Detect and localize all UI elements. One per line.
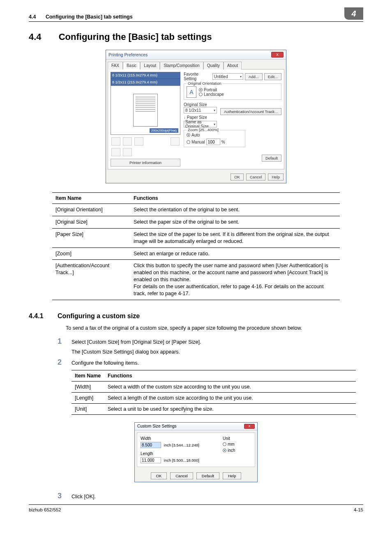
favorite-setting-label: Favorite Setting <box>184 72 211 81</box>
dialog-footer: OK Cancel Default Help <box>135 469 257 482</box>
table-cell: [Zoom] <box>52 247 130 260</box>
zoom-percent-label: % <box>221 140 225 144</box>
step-number: 3 <box>58 492 71 500</box>
step-3: 3 Click [OK]. <box>58 492 363 500</box>
arrow-down-icon: ↓ <box>184 115 186 120</box>
preview-tool-icon[interactable] <box>111 148 120 156</box>
table-cell: [Width] <box>71 381 104 392</box>
tab-fax[interactable]: FAX <box>108 62 123 69</box>
paper-size-select[interactable]: Same as Original Size ▾ <box>184 121 217 127</box>
original-orientation-group: Original Orientation A Portrait Landscap… <box>184 83 281 100</box>
window-title: Printing Preferences <box>108 52 148 57</box>
add-button[interactable]: Add... <box>245 73 263 80</box>
unit-label: Unit <box>223 436 251 441</box>
zoom-auto-radio[interactable]: Auto <box>187 133 242 137</box>
width-input[interactable] <box>141 442 161 448</box>
preview-tool-icon[interactable] <box>111 137 120 146</box>
table-cell: [Original Size] <box>52 216 130 228</box>
original-size-select[interactable]: 8 1/2x11 ▾ <box>184 107 217 113</box>
table-header: Functions <box>130 193 340 204</box>
ok-button[interactable]: OK <box>151 472 167 479</box>
unit-inch-radio[interactable]: inch <box>223 448 251 453</box>
width-range: inch [3.544...12.248] <box>164 443 199 447</box>
zoom-manual-radio[interactable]: Manual % <box>187 139 242 145</box>
cancel-button[interactable]: Cancel <box>170 472 193 479</box>
preview-toolbar-2 <box>111 148 180 159</box>
subsection-title: Configuring a custom size <box>58 312 140 319</box>
table-cell: Select a width of the custom size accord… <box>104 381 356 392</box>
ok-button[interactable]: OK <box>231 173 244 180</box>
landscape-radio[interactable]: Landscape <box>199 92 224 97</box>
length-range: inch [5.500...18.000] <box>164 458 199 462</box>
portrait-radio[interactable]: Portrait <box>199 88 224 92</box>
table-cell: [Unit] <box>71 403 104 414</box>
preview-sheet-icon <box>133 94 158 127</box>
default-button[interactable]: Default <box>262 155 281 162</box>
favorite-setting-value: Untitled <box>214 74 228 79</box>
default-button[interactable]: Default <box>196 472 219 479</box>
table-cell: Click this button to specify the user na… <box>130 260 340 300</box>
length-input[interactable] <box>141 457 161 463</box>
width-label: Width <box>141 436 217 441</box>
footer-model: bizhub 652/552 <box>29 507 61 512</box>
tab-stamp[interactable]: Stamp/Composition <box>160 62 203 69</box>
table-cell: Select the paper size of the original to… <box>130 216 340 228</box>
preview-size-line2: 8 1/2x11 (215.9x279.4 mm) <box>111 79 180 86</box>
favorite-setting-row: Favorite Setting Untitled ▾ Add... Edit.… <box>184 72 281 81</box>
printing-preferences-figure: Printing Preferences X FAX Basic Layout … <box>106 50 286 183</box>
preview-resolution-badge: 200x200dpi(Fine) <box>150 128 178 133</box>
favorite-setting-select[interactable]: Untitled ▾ <box>212 73 243 80</box>
help-button[interactable]: Help <box>268 173 284 180</box>
table-cell: [Original Orientation] <box>52 204 130 216</box>
tab-layout[interactable]: Layout <box>140 62 160 69</box>
preview-tool-icon[interactable] <box>123 137 132 146</box>
step-2: 2 Configure the following items. <box>58 358 363 367</box>
printing-preferences-window: Printing Preferences X FAX Basic Layout … <box>106 50 286 183</box>
section-title: Configuring the [Basic] tab settings <box>59 32 212 42</box>
tab-about[interactable]: About <box>224 62 242 69</box>
close-icon[interactable]: X <box>271 52 284 58</box>
subsection-number: 4.4.1 <box>29 312 44 319</box>
window-titlebar: Custom Size Settings X <box>135 423 257 430</box>
paper-size-label: ↓ Paper Size <box>184 115 217 120</box>
cancel-button[interactable]: Cancel <box>246 173 266 180</box>
chevron-down-icon: ▾ <box>214 109 215 112</box>
preview-tool-icon[interactable] <box>171 137 180 146</box>
step-number: 1 <box>58 338 71 356</box>
page-footer: bizhub 652/552 4-15 <box>29 504 363 512</box>
custom-size-window: Custom Size Settings X Width inch [3.544… <box>134 422 258 482</box>
help-button[interactable]: Help <box>223 472 242 479</box>
dialog-footer: OK Cancel Help <box>106 171 286 183</box>
table-header: Functions <box>104 370 356 381</box>
table-cell: Select the orientation of the original t… <box>130 204 340 216</box>
custom-size-body: Width inch [3.544...12.248] Length inch … <box>137 432 255 467</box>
intro-paragraph: To send a fax of the original of a custo… <box>66 325 363 332</box>
table-cell: Select a unit to be used for specifying … <box>104 403 356 414</box>
footer-page-number: 4-15 <box>354 507 363 512</box>
tab-quality[interactable]: Quality <box>203 62 224 69</box>
table-cell: [Authentication/Account Track...] <box>52 260 130 300</box>
unit-mm-radio[interactable]: mm <box>223 442 251 446</box>
preview-tool-icon[interactable] <box>134 137 143 146</box>
length-label: Length <box>141 451 217 456</box>
preview-page: 200x200dpi(Fine) <box>111 86 180 135</box>
orientation-icon: A <box>187 86 196 98</box>
table-cell: Select the size of the paper to be sent.… <box>130 228 340 247</box>
edit-button[interactable]: Edit... <box>264 73 281 80</box>
zoom-group-label: Zoom [25...400%] <box>187 127 220 132</box>
step-text: Click [OK]. <box>71 492 363 500</box>
printer-information-button[interactable]: Printer Information <box>111 159 180 166</box>
close-icon[interactable]: X <box>244 424 255 429</box>
authentication-account-track-button[interactable]: Authentication/Account Track... <box>220 108 281 115</box>
table-header: Item Name <box>52 193 130 204</box>
section-number: 4.4 <box>29 32 42 42</box>
table-cell: [Paper Size] <box>52 228 130 247</box>
tab-basic[interactable]: Basic <box>123 62 140 69</box>
header-section-number: 4.4 <box>29 14 36 20</box>
preview-tool-icon[interactable] <box>123 148 132 156</box>
subsection-heading: 4.4.1 Configuring a custom size <box>29 312 363 320</box>
custom-size-items-table: Item Name Functions [Width]Select a widt… <box>71 370 356 415</box>
basic-tab-items-table: Item Name Functions [Original Orientatio… <box>52 192 340 300</box>
zoom-value-input[interactable] <box>206 139 220 145</box>
tab-bar: FAX Basic Layout Stamp/Composition Quali… <box>106 60 286 69</box>
